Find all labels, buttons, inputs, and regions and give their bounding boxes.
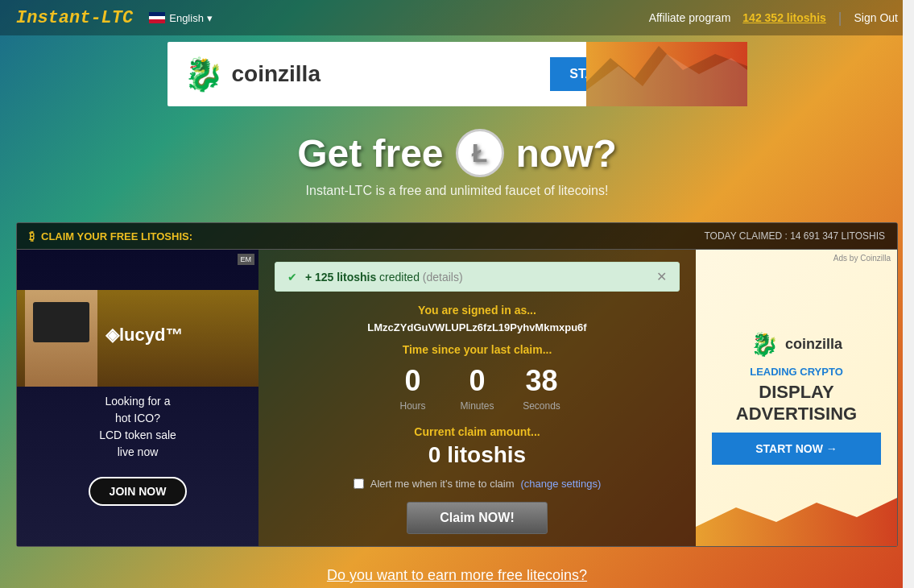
ltc-coin-icon: Ł [456, 129, 504, 177]
footer-section: Do you want to earn more free litecoins?… [0, 555, 914, 588]
credited-details[interactable]: (details) [423, 271, 463, 284]
credited-amount: + 125 litoshis [305, 271, 376, 284]
banner-mountain-graphic [586, 42, 747, 106]
flag-icon [149, 12, 165, 23]
claim-body: EM ◈lucyd™ Looking for a hot ICO? LCD to… [17, 250, 897, 546]
last-claim-label: Time since your last claim... [403, 343, 552, 356]
site-header: Instant-LTC English ▾ Affiliate program … [0, 0, 914, 35]
change-settings-link[interactable]: (change settings) [521, 478, 602, 490]
alert-label-text: Alert me when it's time to claim [370, 478, 515, 490]
hours-unit: 0 Hours [389, 364, 437, 412]
scrollbar[interactable] [903, 0, 914, 588]
right-ad-banner[interactable]: Ads by Coinzilla 🐉 coinzilla LEADING CRY… [696, 250, 897, 546]
credited-word: credited [379, 271, 420, 284]
top-banner: 550M+ Ads by Coinzilla 🐉 coinzilla START… [0, 42, 914, 106]
language-label: English [169, 12, 204, 24]
hero-title-pre: Get free [297, 131, 443, 176]
bitcoin-icon: ₿ [29, 230, 35, 242]
site-logo[interactable]: Instant-LTC [16, 8, 133, 28]
claim-center: ✔ + 125 litoshis credited (details) ✕ Yo… [258, 250, 696, 546]
claim-amount-value: 0 litoshis [428, 442, 526, 468]
check-icon: ✔ [287, 271, 297, 284]
current-claim-label: Current claim amount... [414, 425, 540, 438]
hero-title: Get free Ł now? [16, 129, 898, 177]
seconds-label: Seconds [523, 400, 560, 412]
join-now-button[interactable]: JOIN NOW [89, 477, 188, 506]
left-ad-banner[interactable]: EM ◈lucyd™ Looking for a hot ICO? LCD to… [17, 250, 258, 546]
claim-header-text: CLAIM YOUR FREE LITOSHIS: [41, 230, 192, 242]
right-ad-logo: 🐉 coinzilla [751, 331, 842, 358]
hours-value: 0 [389, 364, 437, 398]
coinzilla-monster-icon: 🐉 [184, 56, 224, 93]
claim-header-left: ₿ CLAIM YOUR FREE LITOSHIS: [29, 230, 192, 242]
claim-header-right: TODAY CLAIMED : 14 691 347 LITOSHIS [704, 230, 885, 242]
divider: | [838, 10, 842, 27]
language-selector[interactable]: English ▾ [149, 12, 213, 24]
ltc-symbol: Ł [472, 139, 488, 168]
hero-subtitle: Instant-LTC is a free and unlimited fauc… [16, 184, 898, 198]
coinzilla-logo-area: 🐉 coinzilla [167, 56, 551, 93]
signed-in-label: You are signed in as... [418, 304, 536, 317]
hero-section: Get free Ł now? Instant-LTC is a free an… [0, 113, 914, 214]
signout-link[interactable]: Sign Out [854, 11, 898, 24]
em-badge: EM [238, 254, 255, 265]
right-coinzilla-brand: coinzilla [785, 336, 842, 353]
balance-link[interactable]: 142 352 litoshis [742, 11, 826, 24]
right-ad-content: Ads by Coinzilla 🐉 coinzilla LEADING CRY… [696, 250, 897, 546]
leading-crypto-label: LEADING CRYPTO [750, 366, 843, 378]
alert-checkbox[interactable] [354, 478, 364, 489]
right-start-now-button[interactable]: START NOW → [712, 433, 881, 465]
claim-now-button[interactable]: Claim NOW! [407, 502, 547, 534]
lucyd-logo: ◈lucyd™ [105, 325, 183, 346]
header-right: Affiliate program 142 352 litoshis | Sig… [649, 10, 898, 27]
claim-container: ₿ CLAIM YOUR FREE LITOSHIS: TODAY CLAIME… [16, 222, 898, 547]
timer-row: 0 Hours 0 Minutes 38 Seconds [389, 364, 566, 412]
affiliate-link[interactable]: Affiliate program [649, 11, 731, 24]
today-claimed-value: 14 691 347 LITOSHIS [790, 230, 885, 242]
seconds-unit: 38 Seconds [518, 364, 566, 412]
coinzilla-banner-top[interactable]: Ads by Coinzilla 🐉 coinzilla START NOW → [167, 42, 747, 106]
hours-label: Hours [399, 400, 425, 412]
earn-more-text: Do you want to earn more free litecoins? [12, 567, 902, 584]
credited-left: ✔ + 125 litoshis credited (details) [287, 271, 463, 284]
chevron-down-icon: ▾ [207, 12, 213, 24]
left-ad-content: EM ◈lucyd™ Looking for a hot ICO? LCD to… [17, 250, 258, 546]
coinzilla-brand: coinzilla [232, 61, 321, 87]
lucyd-tagline: Looking for a hot ICO? LCD token sale li… [87, 387, 188, 467]
seconds-value: 38 [518, 364, 566, 398]
display-advertising-label: DISPLAY ADVERTISING [736, 382, 857, 424]
minutes-value: 0 [453, 364, 502, 398]
claim-header: ₿ CLAIM YOUR FREE LITOSHIS: TODAY CLAIME… [17, 223, 897, 250]
today-claimed-label: TODAY CLAIMED : [704, 230, 787, 242]
mountain-graphic [696, 498, 897, 546]
hero-title-post: now? [516, 131, 617, 176]
right-ads-by: Ads by Coinzilla [833, 254, 891, 263]
credited-notice: ✔ + 125 litoshis credited (details) ✕ [275, 262, 680, 292]
minutes-label: Minutes [460, 400, 494, 412]
close-notice-button[interactable]: ✕ [656, 269, 667, 284]
wallet-address: LMzcZYdGuVWLUPLz6fzL19PyhvMkmxpu6f [367, 321, 586, 333]
right-coinzilla-monster: 🐉 [751, 331, 779, 358]
minutes-unit: 0 Minutes [453, 364, 502, 412]
alert-row: Alert me when it's time to claim (change… [354, 478, 602, 490]
